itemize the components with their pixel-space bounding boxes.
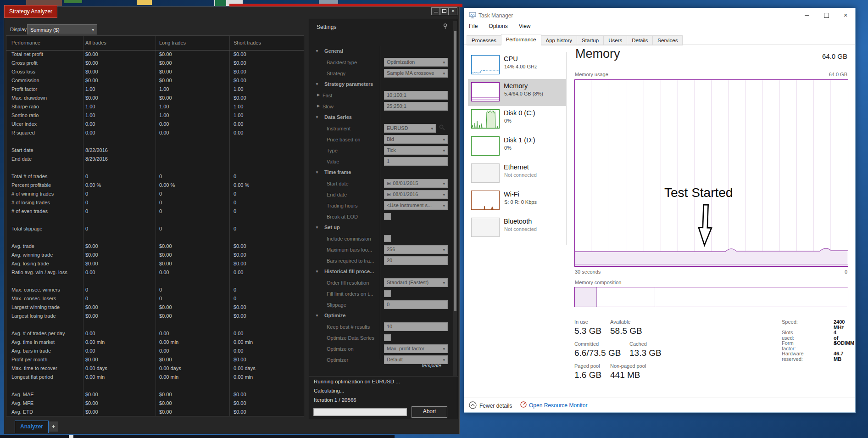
performance-table: PerformanceAll tradesLong tradesShort tr…	[6, 35, 304, 416]
minimize-button[interactable]	[797, 8, 817, 22]
sidebar-item-memory[interactable]: Memory5.4/64.0 GB (8%)	[468, 79, 566, 106]
settings-section-header[interactable]: Data Series	[324, 114, 352, 120]
table-header[interactable]: Performance	[11, 40, 40, 45]
settings-checkbox[interactable]	[384, 213, 391, 220]
settings-input[interactable]: 20	[384, 256, 448, 265]
table-header[interactable]: All trades	[85, 40, 106, 45]
table-row: Max. consec. winners000	[6, 286, 304, 295]
row-label: Start date	[11, 147, 33, 153]
sidebar-item-ethernet[interactable]: EthernetNot connected	[468, 160, 566, 187]
tab-services[interactable]: Services	[652, 35, 683, 45]
menu-item-view[interactable]: View	[519, 23, 531, 29]
settings-scrollbar[interactable]	[453, 21, 457, 376]
settings-input[interactable]: 10	[384, 322, 448, 331]
sidebar-item-cpu[interactable]: CPU14% 4.00 GHz	[468, 52, 566, 79]
settings-select[interactable]: ▾<Use instrument s...	[384, 201, 448, 210]
settings-select[interactable]: ▾Optimization	[384, 58, 448, 67]
chevron-down-icon[interactable]: ▼	[315, 170, 319, 174]
settings-select[interactable]: ▾Tick	[384, 146, 448, 155]
restore-button[interactable]	[440, 7, 449, 15]
taskbar-icon[interactable]	[69, 435, 73, 438]
sidebar-item-disk0[interactable]: Disk 0 (C:)0%	[468, 106, 566, 133]
settings-checkbox[interactable]	[384, 290, 391, 297]
row-value: $0.00	[234, 304, 246, 310]
settings-section-header[interactable]: Historical fill proce...	[324, 269, 374, 274]
scrollbar-thumb[interactable]	[454, 31, 456, 311]
table-row: # of winning trades000	[6, 190, 304, 199]
select-value: <Use instrument s...	[387, 202, 432, 208]
tab-users[interactable]: Users	[603, 35, 627, 45]
open-resource-monitor-link[interactable]: Open Resource Monitor	[520, 401, 587, 409]
settings-input[interactable]: 1	[384, 157, 448, 166]
add-tab-button[interactable]: +	[49, 421, 58, 432]
tab-startup[interactable]: Startup	[577, 35, 604, 45]
settings-checkbox[interactable]	[384, 235, 391, 242]
settings-label: End date	[327, 192, 347, 197]
fewer-details-button[interactable]: Fewer details	[469, 401, 512, 410]
tab-analyzer[interactable]: Analyzer	[15, 421, 49, 433]
tab-app-history[interactable]: App history	[541, 35, 578, 45]
row-label: # of even trades	[11, 208, 48, 214]
row-label: Largest winning trade	[11, 304, 60, 310]
settings-input[interactable]: 25;250;1	[384, 102, 448, 111]
abort-button[interactable]: Abort	[412, 406, 447, 418]
settings-select[interactable]: ▾Standard (Fastest)	[384, 278, 448, 287]
chevron-right-icon[interactable]: ▶	[317, 104, 320, 108]
settings-section-header[interactable]: Set up	[324, 225, 340, 230]
settings-section-header[interactable]: Optimize	[324, 313, 345, 318]
table-header[interactable]: Long trades	[159, 40, 186, 45]
settings-select[interactable]: ▾⊞08/01/2015	[384, 179, 448, 188]
settings-select[interactable]: ▾EURUSD	[384, 124, 436, 133]
row-value: $0.00	[85, 60, 98, 66]
maximize-button[interactable]	[817, 8, 836, 22]
settings-label: Optimizer	[327, 357, 348, 363]
chevron-down-icon[interactable]: ▼	[315, 82, 319, 86]
tab-details[interactable]: Details	[627, 35, 653, 45]
template-link[interactable]: template	[422, 363, 441, 368]
table-header[interactable]: Short trades	[234, 40, 261, 45]
menu-item-file[interactable]: File	[469, 23, 478, 29]
menu-item-options[interactable]: Options	[489, 23, 507, 29]
settings-section-header[interactable]: General	[324, 48, 343, 54]
close-button[interactable]: ✕	[449, 7, 457, 15]
chevron-down-icon[interactable]: ▼	[315, 314, 319, 318]
minimize-button[interactable]	[431, 7, 440, 15]
sidebar-item-wifi[interactable]: Wi-FiS: 0 R: 0 Kbps	[468, 187, 566, 214]
settings-section-header[interactable]: Strategy parameters	[324, 81, 373, 87]
sidebar-item-disk1[interactable]: Disk 1 (D:)0%	[468, 133, 566, 160]
pin-icon[interactable]	[443, 23, 448, 30]
row-value: 0.00 %	[85, 182, 101, 188]
close-button[interactable]: ✕	[836, 8, 855, 22]
settings-select[interactable]: ▾256	[384, 245, 448, 254]
settings-select[interactable]: ▾Sample MA crossove	[384, 69, 448, 78]
window-title[interactable]: Strategy Analyzer	[4, 5, 57, 18]
settings-input[interactable]: 10;100;1	[384, 91, 448, 100]
tab-processes[interactable]: Processes	[467, 35, 501, 45]
settings-row: Maximum bars loo...▾256	[309, 244, 452, 255]
chevron-right-icon[interactable]: ▶	[317, 93, 320, 97]
row-value: 0.00	[159, 331, 169, 336]
folder-icon[interactable]	[137, 0, 152, 5]
chevron-down-icon[interactable]: ▼	[315, 115, 319, 119]
settings-checkbox[interactable]	[384, 334, 391, 341]
chevron-down-icon[interactable]: ▼	[315, 270, 319, 274]
settings-select[interactable]: ▾Bid	[384, 135, 448, 144]
settings-label: Optimize Data Series	[327, 335, 374, 341]
settings-select[interactable]: ▾Max. profit factor	[384, 344, 448, 353]
settings-section-header[interactable]: Time frame	[324, 169, 351, 175]
calendar-icon: ⊞	[387, 180, 391, 186]
search-icon[interactable]	[439, 124, 445, 131]
settings-input[interactable]: 0	[384, 300, 448, 309]
settings-select[interactable]: ▾⊞08/01/2016	[384, 190, 448, 199]
chevron-down-icon[interactable]: ▼	[315, 225, 319, 230]
sidebar-item-bluetooth[interactable]: BluetoothNot connected	[468, 214, 566, 241]
chevron-down-icon[interactable]: ▼	[315, 49, 319, 53]
row-value: 0.00 min	[85, 374, 105, 380]
settings-label: Optimize on	[327, 346, 354, 352]
settings-row: Bars required to tra...20	[309, 255, 452, 266]
display-dropdown[interactable]: Summary ($) ▾	[27, 24, 97, 34]
stat-label: Committed	[574, 341, 621, 347]
row-value: $0.00	[159, 78, 172, 83]
tab-performance[interactable]: Performance	[501, 34, 541, 45]
table-row: Avg. losing trade$0.00$0.00$0.00	[6, 260, 304, 269]
